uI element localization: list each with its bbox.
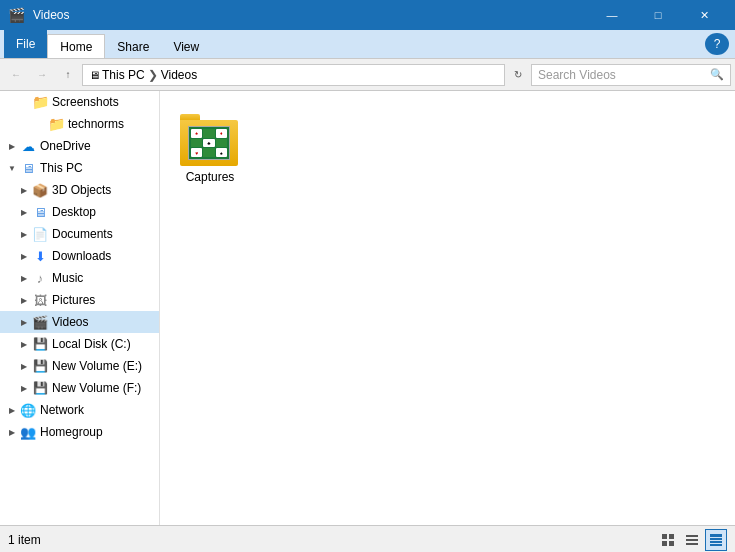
- sidebar-label-newvolumeF: New Volume (F:): [52, 381, 141, 395]
- expand-arrow-network: ▶: [4, 402, 20, 418]
- svg-rect-0: [662, 534, 667, 539]
- expand-arrow-technorms: [32, 116, 48, 132]
- sidebar-item-technorms[interactable]: 📁 technorms: [0, 113, 159, 135]
- sidebar-item-localdisk[interactable]: ▶ 💾 Local Disk (C:): [0, 333, 159, 355]
- sidebar-item-newvolumeE[interactable]: ▶ 💾 New Volume (E:): [0, 355, 159, 377]
- sidebar-item-newvolumeF[interactable]: ▶ 💾 New Volume (F:): [0, 377, 159, 399]
- expand-arrow-thispc: ▼: [4, 160, 20, 176]
- documents-icon: 📄: [32, 226, 48, 242]
- list-view-button[interactable]: [681, 529, 703, 551]
- maximize-button[interactable]: □: [635, 0, 681, 30]
- details-view-button[interactable]: [705, 529, 727, 551]
- ribbon-tabs: File Home Share View ?: [0, 30, 735, 58]
- sidebar-label-music: Music: [52, 271, 83, 285]
- svg-rect-1: [669, 534, 674, 539]
- search-box[interactable]: Search Videos 🔍: [531, 64, 731, 86]
- expand-arrow-documents: ▶: [16, 226, 32, 242]
- title-bar-icons: 🎬: [8, 7, 25, 23]
- homegroup-icon: 👥: [20, 424, 36, 440]
- onedrive-icon: ☁: [20, 138, 36, 154]
- expand-arrow-homegroup: ▶: [4, 424, 20, 440]
- expand-arrow-desktop: ▶: [16, 204, 32, 220]
- expand-arrow-3dobjects: ▶: [16, 182, 32, 198]
- disk-c-icon: 💾: [32, 336, 48, 352]
- computer-icon: 🖥: [20, 160, 36, 176]
- sidebar-item-onedrive[interactable]: ▶ ☁ OneDrive: [0, 135, 159, 157]
- breadcrumb-thispc[interactable]: 🖥 This PC: [89, 68, 145, 82]
- address-bar: ← → ↑ 🖥 This PC ❯ Videos ↻ Search Videos…: [0, 59, 735, 91]
- sidebar-label-network: Network: [40, 403, 84, 417]
- folder-thumbnail-captures: ♠ ♦ ♣ ♥ ♠: [180, 106, 240, 166]
- search-icon: 🔍: [710, 68, 724, 81]
- sidebar-item-pictures[interactable]: ▶ 🖼 Pictures: [0, 289, 159, 311]
- sidebar-label-thispc: This PC: [40, 161, 83, 175]
- folder-item-captures[interactable]: ♠ ♦ ♣ ♥ ♠ Captures: [170, 101, 250, 189]
- sidebar-label-videos: Videos: [52, 315, 88, 329]
- svg-rect-9: [710, 541, 722, 543]
- sidebar-item-3dobjects[interactable]: ▶ 📦 3D Objects: [0, 179, 159, 201]
- expand-arrow-downloads: ▶: [16, 248, 32, 264]
- breadcrumb-separator: ❯: [148, 68, 158, 82]
- tab-file[interactable]: File: [4, 30, 47, 58]
- minimize-button[interactable]: —: [589, 0, 635, 30]
- svg-rect-6: [686, 543, 698, 545]
- view-buttons: [657, 529, 727, 551]
- refresh-button[interactable]: ↻: [507, 64, 529, 86]
- app-icon: 🎬: [8, 7, 25, 23]
- tab-view[interactable]: View: [161, 36, 211, 58]
- sidebar-item-thispc[interactable]: ▼ 🖥 This PC: [0, 157, 159, 179]
- desktop-icon: 🖥: [32, 204, 48, 220]
- sidebar-item-music[interactable]: ▶ ♪ Music: [0, 267, 159, 289]
- sidebar-label-screenshots: Screenshots: [52, 95, 119, 109]
- sidebar-label-documents: Documents: [52, 227, 113, 241]
- content-area: ♠ ♦ ♣ ♥ ♠ Captures: [160, 91, 735, 525]
- sidebar-label-pictures: Pictures: [52, 293, 95, 307]
- expand-arrow-pictures: ▶: [16, 292, 32, 308]
- sidebar-label-homegroup: Homegroup: [40, 425, 103, 439]
- sidebar-item-network[interactable]: ▶ 🌐 Network: [0, 399, 159, 421]
- sidebar-item-screenshots[interactable]: 📁 Screenshots: [0, 91, 159, 113]
- sidebar-item-downloads[interactable]: ▶ ⬇ Downloads: [0, 245, 159, 267]
- folder-label-captures: Captures: [186, 170, 235, 184]
- pictures-icon: 🖼: [32, 292, 48, 308]
- sidebar-item-documents[interactable]: ▶ 📄 Documents: [0, 223, 159, 245]
- status-bar: 1 item: [0, 525, 735, 552]
- sidebar-label-downloads: Downloads: [52, 249, 111, 263]
- svg-rect-2: [662, 541, 667, 546]
- svg-rect-7: [710, 534, 722, 537]
- large-icons-view-button[interactable]: [657, 529, 679, 551]
- tab-home[interactable]: Home: [47, 34, 105, 58]
- address-path[interactable]: 🖥 This PC ❯ Videos: [82, 64, 505, 86]
- sidebar-label-technorms: technorms: [68, 117, 124, 131]
- sidebar-label-desktop: Desktop: [52, 205, 96, 219]
- forward-button[interactable]: →: [30, 63, 54, 87]
- svg-rect-5: [686, 539, 698, 541]
- ribbon: File Home Share View ?: [0, 30, 735, 59]
- main-layout: 📁 Screenshots 📁 technorms ▶ ☁ OneDrive ▼…: [0, 91, 735, 525]
- back-button[interactable]: ←: [4, 63, 28, 87]
- expand-arrow-music: ▶: [16, 270, 32, 286]
- disk-f-icon: 💾: [32, 380, 48, 396]
- network-icon: 🌐: [20, 402, 36, 418]
- disk-e-icon: 💾: [32, 358, 48, 374]
- title-controls[interactable]: — □ ✕: [589, 0, 727, 30]
- help-button[interactable]: ?: [705, 33, 729, 55]
- expand-arrow-screenshots: [16, 94, 32, 110]
- folder-icon-technorms: 📁: [48, 116, 64, 132]
- sidebar-item-desktop[interactable]: ▶ 🖥 Desktop: [0, 201, 159, 223]
- videos-icon: 🎬: [32, 314, 48, 330]
- tab-share[interactable]: Share: [105, 36, 161, 58]
- item-count: 1 item: [8, 533, 41, 547]
- sidebar: 📁 Screenshots 📁 technorms ▶ ☁ OneDrive ▼…: [0, 91, 160, 525]
- breadcrumb-videos: Videos: [161, 68, 197, 82]
- sidebar-item-videos[interactable]: ▶ 🎬 Videos: [0, 311, 159, 333]
- expand-arrow-localdisk: ▶: [16, 336, 32, 352]
- sidebar-label-3dobjects: 3D Objects: [52, 183, 111, 197]
- music-icon: ♪: [32, 270, 48, 286]
- up-button[interactable]: ↑: [56, 63, 80, 87]
- close-button[interactable]: ✕: [681, 0, 727, 30]
- expand-arrow-onedrive: ▶: [4, 138, 20, 154]
- sidebar-item-homegroup[interactable]: ▶ 👥 Homegroup: [0, 421, 159, 443]
- svg-rect-8: [710, 538, 722, 540]
- svg-rect-4: [686, 535, 698, 537]
